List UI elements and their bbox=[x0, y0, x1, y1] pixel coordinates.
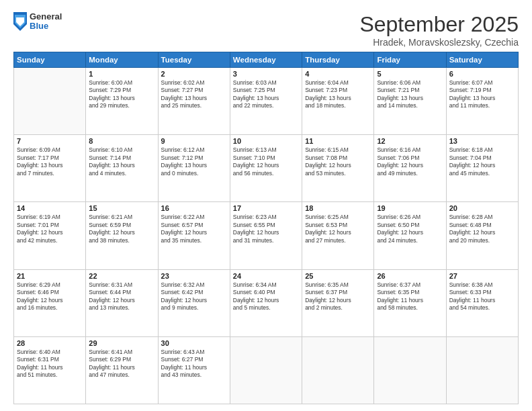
day-number: 19 bbox=[377, 204, 443, 212]
day-info: Sunrise: 6:04 AMSunset: 7:23 PMDaylight:… bbox=[305, 79, 371, 110]
day-number: 21 bbox=[17, 272, 83, 280]
day-number: 18 bbox=[305, 204, 371, 212]
logo-icon bbox=[13, 12, 27, 31]
day-number: 1 bbox=[89, 70, 154, 78]
day-number: 26 bbox=[377, 272, 443, 280]
calendar-cell: 26Sunrise: 6:37 AMSunset: 6:35 PMDayligh… bbox=[374, 269, 446, 336]
day-number: 4 bbox=[305, 70, 371, 78]
calendar-cell: 23Sunrise: 6:32 AMSunset: 6:42 PMDayligh… bbox=[158, 269, 230, 336]
logo: General Blue bbox=[13, 12, 62, 32]
day-number: 17 bbox=[233, 204, 299, 212]
days-header-row: SundayMondayTuesdayWednesdayThursdayFrid… bbox=[14, 52, 519, 68]
day-info: Sunrise: 6:13 AMSunset: 7:10 PMDaylight:… bbox=[233, 146, 299, 177]
day-number: 16 bbox=[161, 204, 227, 212]
calendar-cell: 19Sunrise: 6:26 AMSunset: 6:50 PMDayligh… bbox=[374, 202, 446, 269]
day-number: 5 bbox=[377, 70, 443, 78]
day-number: 25 bbox=[305, 272, 371, 280]
calendar-cell bbox=[230, 336, 302, 404]
day-number: 13 bbox=[449, 137, 515, 145]
day-number: 2 bbox=[161, 70, 227, 78]
calendar-cell: 7Sunrise: 6:09 AMSunset: 7:17 PMDaylight… bbox=[14, 135, 86, 202]
title-month: September 2025 bbox=[359, 12, 519, 37]
day-info: Sunrise: 6:22 AMSunset: 6:57 PMDaylight:… bbox=[161, 214, 227, 244]
week-row-5: 28Sunrise: 6:40 AMSunset: 6:31 PMDayligh… bbox=[14, 336, 519, 404]
calendar-cell: 27Sunrise: 6:38 AMSunset: 6:33 PMDayligh… bbox=[446, 269, 518, 336]
title-location: Hradek, Moravskoslezsky, Czechia bbox=[359, 37, 519, 48]
day-number: 10 bbox=[233, 137, 299, 145]
day-number: 11 bbox=[305, 137, 371, 145]
calendar-cell: 16Sunrise: 6:22 AMSunset: 6:57 PMDayligh… bbox=[158, 202, 230, 269]
day-info: Sunrise: 6:19 AMSunset: 7:01 PMDaylight:… bbox=[17, 214, 83, 244]
calendar-cell: 9Sunrise: 6:12 AMSunset: 7:12 PMDaylight… bbox=[158, 135, 230, 202]
calendar-cell: 22Sunrise: 6:31 AMSunset: 6:44 PMDayligh… bbox=[86, 269, 158, 336]
day-info: Sunrise: 6:34 AMSunset: 6:40 PMDaylight:… bbox=[233, 281, 299, 312]
day-number: 28 bbox=[17, 339, 83, 347]
day-number: 30 bbox=[161, 339, 227, 347]
day-info: Sunrise: 6:12 AMSunset: 7:12 PMDaylight:… bbox=[161, 146, 227, 177]
calendar-cell: 13Sunrise: 6:18 AMSunset: 7:04 PMDayligh… bbox=[446, 135, 518, 202]
day-number: 23 bbox=[161, 272, 227, 280]
calendar-cell bbox=[446, 336, 518, 404]
day-number: 14 bbox=[17, 204, 83, 212]
day-header-wednesday: Wednesday bbox=[230, 52, 302, 68]
day-header-saturday: Saturday bbox=[446, 52, 518, 68]
calendar-cell: 5Sunrise: 6:06 AMSunset: 7:21 PMDaylight… bbox=[374, 68, 446, 135]
header: General Blue September 2025 Hradek, Mora… bbox=[13, 12, 519, 48]
day-info: Sunrise: 6:31 AMSunset: 6:44 PMDaylight:… bbox=[89, 281, 154, 312]
logo-blue-text: Blue bbox=[30, 21, 62, 31]
calendar-cell: 11Sunrise: 6:15 AMSunset: 7:08 PMDayligh… bbox=[302, 135, 374, 202]
day-info: Sunrise: 6:00 AMSunset: 7:29 PMDaylight:… bbox=[89, 79, 154, 110]
calendar-cell: 21Sunrise: 6:29 AMSunset: 6:46 PMDayligh… bbox=[14, 269, 86, 336]
calendar: SundayMondayTuesdayWednesdayThursdayFrid… bbox=[13, 52, 519, 404]
calendar-cell: 14Sunrise: 6:19 AMSunset: 7:01 PMDayligh… bbox=[14, 202, 86, 269]
day-info: Sunrise: 6:35 AMSunset: 6:37 PMDaylight:… bbox=[305, 281, 371, 312]
calendar-cell: 29Sunrise: 6:41 AMSunset: 6:29 PMDayligh… bbox=[86, 336, 158, 404]
calendar-cell: 20Sunrise: 6:28 AMSunset: 6:48 PMDayligh… bbox=[446, 202, 518, 269]
calendar-cell: 25Sunrise: 6:35 AMSunset: 6:37 PMDayligh… bbox=[302, 269, 374, 336]
calendar-cell: 24Sunrise: 6:34 AMSunset: 6:40 PMDayligh… bbox=[230, 269, 302, 336]
calendar-cell: 1Sunrise: 6:00 AMSunset: 7:29 PMDaylight… bbox=[86, 68, 158, 135]
day-info: Sunrise: 6:40 AMSunset: 6:31 PMDaylight:… bbox=[17, 349, 83, 379]
calendar-cell: 10Sunrise: 6:13 AMSunset: 7:10 PMDayligh… bbox=[230, 135, 302, 202]
day-info: Sunrise: 6:06 AMSunset: 7:21 PMDaylight:… bbox=[377, 79, 443, 110]
day-info: Sunrise: 6:03 AMSunset: 7:25 PMDaylight:… bbox=[233, 79, 299, 110]
day-info: Sunrise: 6:16 AMSunset: 7:06 PMDaylight:… bbox=[377, 146, 443, 177]
day-number: 22 bbox=[89, 272, 154, 280]
calendar-cell: 2Sunrise: 6:02 AMSunset: 7:27 PMDaylight… bbox=[158, 68, 230, 135]
calendar-cell: 30Sunrise: 6:43 AMSunset: 6:27 PMDayligh… bbox=[158, 336, 230, 404]
calendar-cell: 8Sunrise: 6:10 AMSunset: 7:14 PMDaylight… bbox=[86, 135, 158, 202]
week-row-2: 7Sunrise: 6:09 AMSunset: 7:17 PMDaylight… bbox=[14, 135, 519, 202]
day-number: 3 bbox=[233, 70, 299, 78]
calendar-cell bbox=[374, 336, 446, 404]
day-info: Sunrise: 6:18 AMSunset: 7:04 PMDaylight:… bbox=[449, 146, 515, 177]
calendar-header: SundayMondayTuesdayWednesdayThursdayFrid… bbox=[14, 52, 519, 68]
day-info: Sunrise: 6:37 AMSunset: 6:35 PMDaylight:… bbox=[377, 281, 443, 312]
calendar-body: 1Sunrise: 6:00 AMSunset: 7:29 PMDaylight… bbox=[14, 68, 519, 404]
calendar-cell: 3Sunrise: 6:03 AMSunset: 7:25 PMDaylight… bbox=[230, 68, 302, 135]
day-info: Sunrise: 6:32 AMSunset: 6:42 PMDaylight:… bbox=[161, 281, 227, 312]
day-header-thursday: Thursday bbox=[302, 52, 374, 68]
day-number: 8 bbox=[89, 137, 154, 145]
day-number: 27 bbox=[449, 272, 515, 280]
calendar-cell: 4Sunrise: 6:04 AMSunset: 7:23 PMDaylight… bbox=[302, 68, 374, 135]
week-row-3: 14Sunrise: 6:19 AMSunset: 7:01 PMDayligh… bbox=[14, 202, 519, 269]
title-block: September 2025 Hradek, Moravskoslezsky, … bbox=[359, 12, 519, 48]
day-info: Sunrise: 6:21 AMSunset: 6:59 PMDaylight:… bbox=[89, 214, 154, 244]
day-number: 12 bbox=[377, 137, 443, 145]
day-info: Sunrise: 6:15 AMSunset: 7:08 PMDaylight:… bbox=[305, 146, 371, 177]
day-number: 6 bbox=[449, 70, 515, 78]
day-info: Sunrise: 6:09 AMSunset: 7:17 PMDaylight:… bbox=[17, 146, 83, 177]
calendar-cell: 6Sunrise: 6:07 AMSunset: 7:19 PMDaylight… bbox=[446, 68, 518, 135]
day-info: Sunrise: 6:25 AMSunset: 6:53 PMDaylight:… bbox=[305, 214, 371, 244]
logo-general-text: General bbox=[30, 12, 62, 21]
day-info: Sunrise: 6:28 AMSunset: 6:48 PMDaylight:… bbox=[449, 214, 515, 244]
day-info: Sunrise: 6:02 AMSunset: 7:27 PMDaylight:… bbox=[161, 79, 227, 110]
logo-text: General Blue bbox=[30, 12, 62, 32]
week-row-4: 21Sunrise: 6:29 AMSunset: 6:46 PMDayligh… bbox=[14, 269, 519, 336]
day-header-tuesday: Tuesday bbox=[158, 52, 230, 68]
day-number: 29 bbox=[89, 339, 154, 347]
day-info: Sunrise: 6:38 AMSunset: 6:33 PMDaylight:… bbox=[449, 281, 515, 312]
day-info: Sunrise: 6:07 AMSunset: 7:19 PMDaylight:… bbox=[449, 79, 515, 110]
day-info: Sunrise: 6:26 AMSunset: 6:50 PMDaylight:… bbox=[377, 214, 443, 244]
calendar-cell: 12Sunrise: 6:16 AMSunset: 7:06 PMDayligh… bbox=[374, 135, 446, 202]
